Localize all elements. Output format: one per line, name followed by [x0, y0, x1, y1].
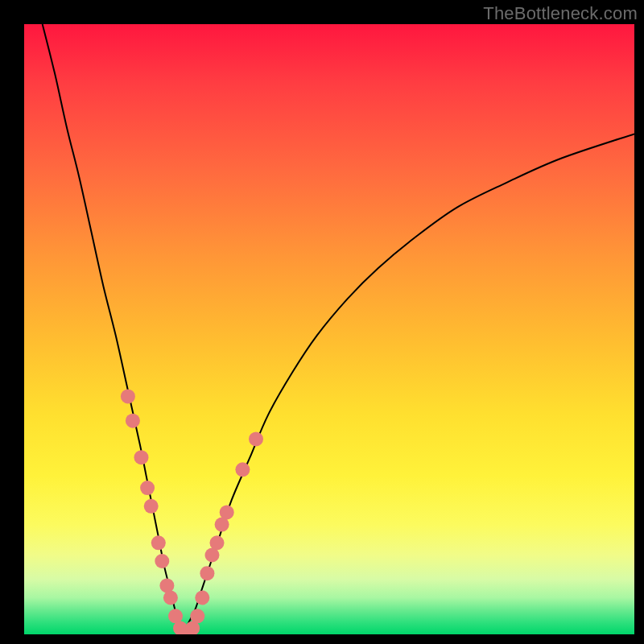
- data-marker: [134, 450, 149, 464]
- data-marker: [126, 414, 140, 428]
- data-marker: [235, 462, 250, 477]
- watermark-text: TheBottleneck.com: [483, 3, 638, 24]
- data-marker: [144, 499, 159, 514]
- data-marker: [200, 566, 214, 580]
- data-marker: [151, 535, 166, 550]
- chart-plot-area: [24, 24, 634, 634]
- data-marker: [210, 535, 225, 550]
- data-marker: [220, 505, 234, 519]
- data-marker: [155, 554, 169, 568]
- curve-right-branch: [183, 134, 634, 634]
- chart-frame: TheBottleneck.com: [0, 0, 644, 644]
- data-marker: [163, 591, 178, 605]
- data-markers: [121, 389, 263, 634]
- data-marker: [190, 609, 204, 623]
- data-marker: [249, 431, 263, 446]
- data-marker: [121, 389, 135, 403]
- data-marker: [140, 481, 155, 495]
- data-marker: [195, 591, 209, 605]
- chart-svg: [24, 24, 634, 634]
